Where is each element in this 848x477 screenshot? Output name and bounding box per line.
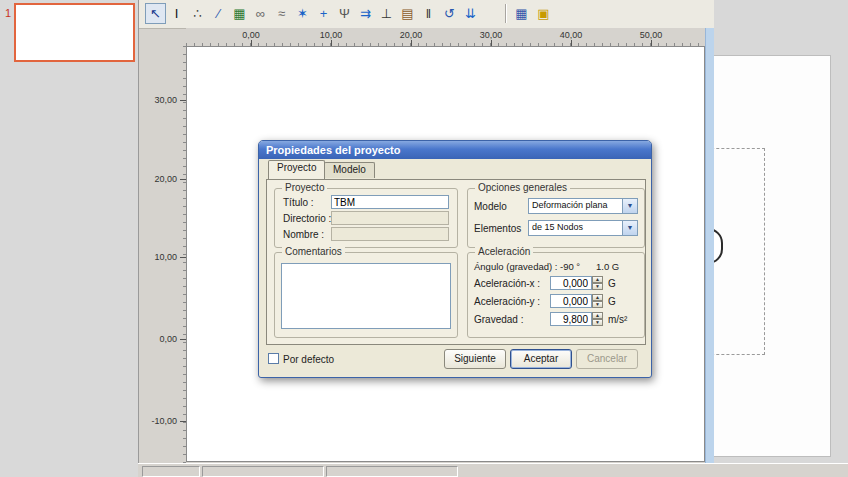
- slide-panel: 1: [0, 0, 138, 477]
- group-aceleracion-title: Aceleración: [475, 246, 533, 257]
- status-bar: [138, 463, 848, 477]
- ruler-label: 30,00: [480, 30, 503, 40]
- prescribed-displacement-tool-icon[interactable]: ▤: [397, 3, 418, 24]
- ruler-label: 40,00: [560, 30, 583, 40]
- titulo-label: Título :: [283, 197, 314, 208]
- fixed-anchor-tool-icon[interactable]: +: [313, 3, 334, 24]
- geogrid-tool-icon[interactable]: ∞: [250, 3, 271, 24]
- group-proyecto-title: Proyecto: [282, 182, 327, 193]
- titulo-input[interactable]: [331, 195, 449, 209]
- nombre-label: Nombre :: [283, 229, 324, 240]
- chevron-down-icon[interactable]: ▼: [622, 221, 637, 235]
- modelo-label: Modelo: [474, 201, 507, 212]
- ruler-label: 0,00: [242, 30, 260, 40]
- geometry-line-tool-icon[interactable]: ∕: [208, 3, 229, 24]
- aceleracion-y-input[interactable]: [550, 294, 592, 308]
- background-page: [695, 55, 831, 457]
- spin-down-icon[interactable]: ▼: [592, 319, 603, 326]
- modelo-value: Deformación plana: [532, 200, 608, 210]
- dialog-body: Proyecto Modelo Proyecto Título : Direct…: [262, 159, 648, 374]
- app-root: { "left_panel": { "slide_number": "1" },…: [0, 0, 848, 477]
- group-aceleracion: Aceleración Ángulo (gravedad) : -90 ° 1.…: [467, 252, 645, 338]
- elementos-value: de 15 Nodos: [532, 222, 583, 232]
- distributed-load-tool-icon[interactable]: ⇊: [460, 3, 481, 24]
- tab-proyecto[interactable]: Proyecto: [268, 160, 325, 179]
- cancelar-button: Cancelar: [576, 349, 638, 369]
- siguiente-button[interactable]: Siguiente: [444, 349, 506, 369]
- group-opciones-title: Opciones generales: [475, 182, 570, 193]
- gravedad-unit: m/s²: [608, 314, 627, 325]
- group-opciones-generales: Opciones generales Modelo Deformación pl…: [467, 188, 645, 248]
- group-proyecto: Proyecto Título : Directorio : Nombre :: [274, 188, 458, 248]
- horizontal-ruler: 0,00 10,00 20,00 30,00 40,00 50,00: [186, 28, 714, 46]
- por-defecto-label: Por defecto: [283, 354, 334, 365]
- spin-up-icon[interactable]: ▲: [592, 276, 603, 283]
- angulo-extra-value: 1.0 G: [596, 261, 619, 272]
- por-defecto-checkbox[interactable]: [268, 353, 279, 364]
- elementos-label: Elementos: [474, 223, 521, 234]
- tab-page-proyecto: Proyecto Título : Directorio : Nombre : …: [266, 179, 646, 345]
- tab-modelo[interactable]: Modelo: [324, 162, 375, 178]
- gravedad-label: Gravedad :: [474, 314, 523, 325]
- ruler-label: 50,00: [640, 30, 663, 40]
- ruler-label: 10,00: [320, 30, 343, 40]
- ruler-label: 20,00: [154, 174, 177, 184]
- toolbar-separator: [505, 4, 507, 23]
- aceleracion-x-label: Aceleración-x :: [474, 278, 540, 289]
- ruler-label: 20,00: [400, 30, 423, 40]
- pointer-tool-icon[interactable]: ↖: [145, 3, 166, 24]
- spin-down-icon[interactable]: ▼: [592, 283, 603, 290]
- angulo-label: Ángulo (gravedad) :: [474, 261, 557, 272]
- plate-tool-icon[interactable]: ▦: [229, 3, 250, 24]
- nombre-input: [331, 227, 449, 241]
- chevron-down-icon[interactable]: ▼: [622, 199, 637, 213]
- interface-tool-icon[interactable]: ≈: [271, 3, 292, 24]
- angulo-value: -90 °: [560, 261, 580, 272]
- spin-up-icon[interactable]: ▲: [592, 294, 603, 301]
- ruler-label: -10,00: [151, 416, 177, 426]
- gravedad-spinner: ▲ ▼: [592, 312, 603, 326]
- directorio-label: Directorio :: [283, 213, 331, 224]
- standard-fixities-tool-icon[interactable]: ⇉: [355, 3, 376, 24]
- gravedad-input[interactable]: [550, 312, 592, 326]
- background-window: [695, 0, 848, 477]
- aceleracion-x-spinner: ▲ ▼: [592, 276, 603, 290]
- slide-thumbnail[interactable]: [14, 3, 135, 62]
- text-tool-icon[interactable]: I: [166, 3, 187, 24]
- aceleracion-y-label: Aceleración-y :: [474, 296, 540, 307]
- slide-number: 1: [5, 7, 11, 19]
- spin-down-icon[interactable]: ▼: [592, 301, 603, 308]
- ruler-label: 30,00: [154, 95, 177, 105]
- aceptar-button[interactable]: Aceptar: [510, 349, 572, 369]
- ruler-label: 0,00: [159, 334, 177, 344]
- rotation-fixities-tool-icon[interactable]: ⊥: [376, 3, 397, 24]
- group-comentarios-title: Comentarios: [282, 246, 345, 257]
- rotation-tool-icon[interactable]: ↺: [439, 3, 460, 24]
- node-anchor-tool-icon[interactable]: ✶: [292, 3, 313, 24]
- calculate-icon[interactable]: ▣: [533, 3, 554, 24]
- elementos-dropdown[interactable]: de 15 Nodos ▼: [528, 220, 638, 236]
- vertical-ruler: 30,00 20,00 10,00 0,00 -10,00: [139, 46, 186, 463]
- comentarios-textarea[interactable]: [281, 263, 451, 329]
- project-properties-dialog: Propiedades del proyecto Proyecto Modelo…: [258, 140, 652, 378]
- toolbar: ↖ I ∴ ∕ ▦ ∞ ≈ ✶ + Ψ ⇉ ⊥ ▤ ‖ ↺ ⇊ ▦ ▣: [139, 0, 714, 29]
- aceleracion-y-unit: G: [608, 296, 616, 307]
- aceleracion-y-spinner: ▲ ▼: [592, 294, 603, 308]
- status-cell: [326, 466, 458, 477]
- material-sets-icon[interactable]: ▦: [511, 3, 532, 24]
- ruler-label: 10,00: [154, 252, 177, 262]
- zoom-tool-icon[interactable]: ∴: [187, 3, 208, 24]
- dialog-title-bar[interactable]: Propiedades del proyecto: [259, 141, 651, 159]
- window-edge: [705, 28, 714, 463]
- status-cell: [202, 466, 324, 477]
- modelo-dropdown[interactable]: Deformación plana ▼: [528, 198, 638, 214]
- aceleracion-x-unit: G: [608, 278, 616, 289]
- aceleracion-x-input[interactable]: [550, 276, 592, 290]
- drains-tool-icon[interactable]: ‖: [418, 3, 439, 24]
- directorio-input: [331, 211, 449, 225]
- status-cell: [142, 466, 200, 477]
- group-comentarios: Comentarios: [274, 252, 458, 338]
- tunnel-tool-icon[interactable]: Ψ: [334, 3, 355, 24]
- spin-up-icon[interactable]: ▲: [592, 312, 603, 319]
